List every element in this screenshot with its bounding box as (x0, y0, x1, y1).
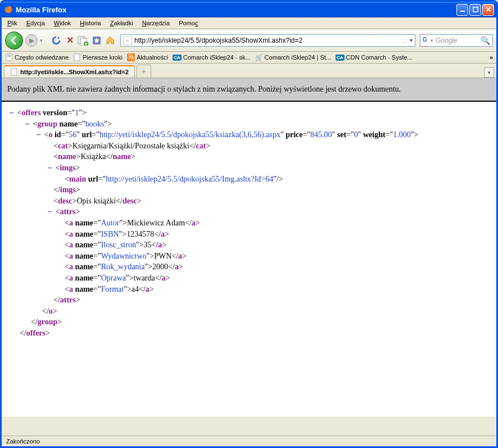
bookmarks-icon[interactable] (91, 35, 102, 46)
ca-icon: CA (173, 55, 182, 61)
menu-pomoc[interactable]: Pomoc (175, 19, 201, 28)
tab-title: http://yeti/iskle...ShowXml.ashx?id=2 (20, 69, 129, 75)
back-button[interactable] (5, 31, 23, 49)
home-button[interactable] (105, 35, 116, 46)
history-dropdown-icon[interactable]: ▾ (40, 38, 43, 43)
bookmark-label: Comarch iSklep24 - sk... (183, 54, 251, 61)
menu-widok[interactable]: Widok (51, 19, 75, 28)
window-title: Mozilla Firefox (16, 6, 456, 14)
bookmarks-bar: Często odwiedzane Pierwsze kroki Aktualn… (2, 52, 496, 64)
collapse-icon[interactable]: − (8, 108, 15, 118)
svg-rect-2 (473, 7, 478, 12)
xml-banner: Podany plik XML nie zawiera żadnych info… (2, 78, 496, 102)
bookmark-label: CDN Comarch - Syste... (346, 54, 413, 61)
rss-icon (127, 53, 135, 61)
search-icon[interactable]: 🔍 (481, 36, 490, 45)
bookmark-comarch-sk[interactable]: CA Comarch iSklep24 - sk... (173, 54, 250, 61)
svg-rect-11 (11, 69, 17, 75)
menu-plik[interactable]: Plik (4, 19, 21, 28)
ca-icon: CA (336, 55, 345, 61)
maximize-button[interactable] (469, 4, 481, 16)
window-titlebar: Mozilla Firefox ✕ (2, 2, 496, 17)
navigation-toolbar: ▶ ▾ ✕ ▫ http://yeti/isklep24/5.5/dpokojs… (2, 29, 496, 52)
bookmark-czesto[interactable]: Często odwiedzane (5, 53, 69, 61)
minimize-button[interactable] (456, 4, 468, 16)
search-placeholder[interactable]: Google (433, 37, 481, 44)
collapse-icon[interactable]: − (47, 207, 53, 217)
status-bar: Zakończono (2, 436, 496, 446)
svg-rect-8 (7, 55, 11, 56)
svg-rect-9 (7, 56, 11, 57)
menu-edycja[interactable]: Edycja (23, 19, 48, 28)
bookmark-label: Często odwiedzane (15, 54, 69, 61)
collapse-icon[interactable]: − (24, 119, 31, 129)
close-button[interactable]: ✕ (482, 4, 494, 16)
bookmark-label: Pierwsze kroki (83, 54, 123, 61)
forward-button[interactable]: ▶ (25, 34, 38, 47)
page-icon (5, 53, 13, 61)
menu-bar: Plik Edycja Widok Historia Zakładki Narz… (2, 17, 496, 29)
url-dropdown-icon[interactable]: ▾ (410, 37, 413, 43)
bookmark-more-button[interactable]: » (490, 54, 493, 61)
page-icon: ▫ (123, 36, 132, 45)
bookmark-cdn[interactable]: CA CDN Comarch - Syste... (336, 54, 413, 61)
cart-icon: 🛒 (255, 53, 263, 61)
bookmark-label: Aktualności (137, 54, 168, 61)
bookmark-pierwsze[interactable]: Pierwsze kroki (73, 53, 123, 61)
bookmark-star-icon[interactable]: ☆ (401, 36, 409, 45)
bookmark-label: Comarch iSklep24 | St... (265, 54, 331, 61)
stop-button[interactable]: ✕ (64, 35, 75, 46)
bookmark-comarch-st[interactable]: 🛒 Comarch iSklep24 | St... (255, 53, 331, 61)
reload-button[interactable] (51, 35, 62, 46)
collapse-icon[interactable]: − (47, 163, 53, 173)
svg-rect-10 (74, 54, 80, 61)
google-icon: G (423, 37, 431, 44)
menu-historia[interactable]: Historia (76, 19, 104, 28)
tab-bar: http://yeti/iskle...ShowXml.ashx?id=2 + … (2, 64, 496, 78)
collapse-icon[interactable]: − (35, 130, 42, 140)
xml-tree-view: − <offers version="1"> − <group name="bo… (2, 102, 496, 417)
new-tab-toolbar-icon[interactable] (78, 35, 89, 46)
page-icon (73, 53, 81, 61)
svg-rect-1 (460, 11, 465, 12)
svg-rect-7 (6, 54, 12, 61)
search-box[interactable]: G ▾ Google 🔍 (420, 34, 493, 47)
new-tab-button[interactable]: + (137, 65, 151, 78)
menu-narzedzia[interactable]: Narzędzia (139, 19, 174, 28)
firefox-icon (4, 5, 13, 14)
tab-active[interactable]: http://yeti/iskle...ShowXml.ashx?id=2 (4, 65, 135, 78)
url-text[interactable]: http://yeti/isklep24/5.5/dpokojska55/Sho… (134, 37, 400, 44)
url-bar[interactable]: ▫ http://yeti/isklep24/5.5/dpokojska55/S… (120, 34, 415, 47)
menu-zakladki[interactable]: Zakładki (107, 19, 137, 28)
bookmark-aktualnosci[interactable]: Aktualności (127, 53, 168, 61)
status-text: Zakończono (6, 438, 40, 445)
tab-list-button[interactable]: ▾ (484, 67, 494, 78)
page-icon (10, 68, 18, 76)
